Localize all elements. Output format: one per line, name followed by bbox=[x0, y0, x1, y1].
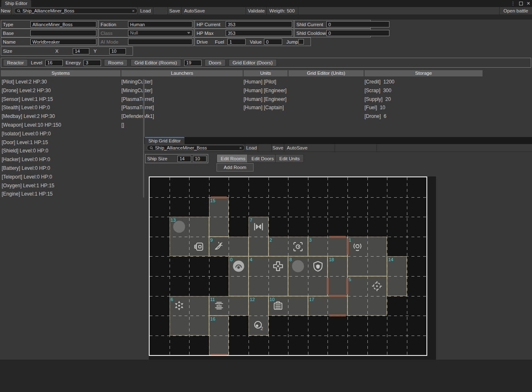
door-segment[interactable] bbox=[347, 238, 349, 255]
unit-item[interactable]: [Human] [Pilot] bbox=[244, 78, 286, 86]
door-segment[interactable] bbox=[346, 278, 348, 294]
grid-editor-units-button[interactable]: Grid Editor (Units) bbox=[288, 70, 364, 76]
storage-item[interactable]: [Scrap] 300 bbox=[365, 86, 394, 95]
kebab-menu-icon[interactable]: ⋮ bbox=[511, 0, 515, 7]
open-battle-button[interactable]: Open battle bbox=[500, 7, 532, 15]
launcher-item[interactable]: [PlasmaTurret] bbox=[121, 95, 154, 104]
reactor-button[interactable]: Reactor bbox=[3, 59, 28, 66]
edit-units-button[interactable]: Edit Units bbox=[275, 154, 304, 163]
base-field[interactable] bbox=[30, 30, 96, 36]
maximize-icon[interactable] bbox=[519, 2, 523, 5]
door-segment[interactable] bbox=[329, 314, 346, 316]
rooms-count-field[interactable] bbox=[184, 60, 202, 66]
size-x-field[interactable] bbox=[73, 48, 89, 54]
door-segment[interactable] bbox=[329, 236, 346, 238]
room-number: 6 bbox=[171, 297, 173, 302]
type-field[interactable] bbox=[30, 21, 96, 27]
system-item[interactable]: [Medbay] Level:2 HP:30 bbox=[2, 112, 61, 121]
ship-grid-canvas[interactable]: 01234567891011122131415161718 bbox=[149, 176, 427, 356]
doors-button[interactable]: Doors bbox=[204, 59, 226, 66]
class-dropdown[interactable]: Null bbox=[128, 30, 192, 36]
launcher-item[interactable]: [MiningCutter] bbox=[121, 78, 154, 86]
grid-search-input[interactable] bbox=[155, 145, 238, 150]
ship-size-x-field[interactable] bbox=[177, 156, 191, 162]
storage-item[interactable]: [Drone] 6 bbox=[365, 112, 394, 121]
new-button[interactable]: New bbox=[0, 7, 12, 15]
autosave-button[interactable]: AutoSave bbox=[182, 7, 246, 15]
grid-room-16[interactable] bbox=[209, 316, 229, 355]
launcher-item[interactable]: [DefenderMk1] bbox=[121, 112, 154, 121]
system-item[interactable]: [Engine] Level:1 HP:15 bbox=[2, 190, 61, 198]
hp-max-field[interactable] bbox=[226, 30, 292, 36]
tab-ship-editor[interactable]: Ship Editor bbox=[1, 0, 31, 7]
save-button[interactable]: Save bbox=[168, 7, 182, 15]
grid-room-3[interactable] bbox=[308, 237, 347, 257]
name-field[interactable] bbox=[30, 39, 96, 45]
jump-checkbox[interactable] bbox=[298, 39, 304, 44]
shld-current-field[interactable] bbox=[326, 21, 389, 27]
system-item[interactable]: [Battery] Level:0 HP:0 bbox=[2, 164, 61, 173]
system-item[interactable]: [Weapon] Level:10 HP:150 bbox=[2, 121, 61, 130]
system-item[interactable]: [Sensor] Level:1 HP:15 bbox=[2, 95, 61, 104]
grid-room-18[interactable] bbox=[328, 256, 347, 296]
shld-cooldown-field[interactable] bbox=[326, 30, 389, 36]
room-number: 0 bbox=[230, 257, 232, 262]
ship-size-y-field[interactable] bbox=[193, 156, 207, 162]
launcher-item[interactable]: [PlasmaTurret] bbox=[121, 103, 154, 112]
grid-editor-rooms-button[interactable]: Grid Editor (Rooms) bbox=[131, 59, 181, 66]
grid-room-14[interactable] bbox=[387, 256, 407, 296]
grid-room-15[interactable] bbox=[209, 197, 229, 237]
grid-load-button[interactable]: Load bbox=[245, 144, 258, 152]
edit-rooms-button[interactable]: Edit Rooms bbox=[217, 154, 249, 163]
system-item[interactable]: [Oxygen] Level:1 HP:15 bbox=[2, 181, 61, 190]
load-button[interactable]: Load bbox=[138, 7, 153, 15]
level-field[interactable] bbox=[45, 60, 63, 66]
system-item[interactable]: [Hacker] Level:0 HP:0 bbox=[2, 155, 61, 164]
faction-field[interactable] bbox=[128, 21, 192, 27]
unit-item[interactable]: [Human] [Engineer] bbox=[244, 95, 286, 104]
system-item[interactable]: [Stealth] Level:0 HP:0 bbox=[2, 103, 61, 112]
launcher-item[interactable]: [] bbox=[121, 121, 154, 130]
load-slot-cell[interactable] bbox=[153, 7, 168, 15]
search-input[interactable] bbox=[22, 8, 131, 13]
validate-button[interactable]: Validate bbox=[246, 7, 267, 15]
shield-icon bbox=[312, 260, 324, 272]
tab-ship-grid-editor[interactable]: Ship Grid Editor bbox=[145, 137, 185, 144]
add-room-button[interactable]: Add Room bbox=[217, 163, 254, 172]
storage-item[interactable]: [Supply] 20 bbox=[365, 95, 394, 104]
rooms-button[interactable]: Rooms bbox=[104, 59, 127, 66]
storage-item[interactable]: [Fuel] 10 bbox=[365, 103, 394, 112]
grid-search-field[interactable]: × bbox=[147, 145, 245, 151]
value-field[interactable] bbox=[264, 39, 282, 45]
grid-save-button[interactable]: Save bbox=[272, 144, 284, 152]
grid-autosave-button[interactable]: AutoSave bbox=[284, 144, 335, 152]
door-segment[interactable] bbox=[211, 196, 227, 198]
grid-editor-doors-button[interactable]: Grid Editor (Doors) bbox=[229, 59, 277, 66]
hp-current-field[interactable] bbox=[226, 21, 292, 27]
size-y-field[interactable] bbox=[109, 48, 126, 54]
system-item[interactable]: [Door] Level:1 HP:15 bbox=[2, 138, 61, 147]
system-item[interactable]: [Drone] Level:2 HP:30 bbox=[2, 86, 61, 95]
fuel-field[interactable] bbox=[227, 39, 246, 45]
unit-item[interactable]: [Human] [Captain] bbox=[244, 103, 286, 112]
clear-search-icon[interactable]: × bbox=[239, 145, 242, 150]
launchers-list: [MiningCutter][MiningCutter][PlasmaTurre… bbox=[121, 78, 154, 130]
door-segment[interactable] bbox=[329, 295, 346, 297]
system-item[interactable]: [Teleport] Level:0 HP:0 bbox=[2, 173, 61, 181]
grid-load-slot-cell[interactable] bbox=[258, 144, 272, 152]
system-item[interactable]: [Pilot] Level:2 HP:30 bbox=[2, 78, 61, 86]
clear-search-icon[interactable]: × bbox=[132, 8, 135, 13]
units-header: Units bbox=[244, 70, 288, 76]
room-number: 1 bbox=[349, 238, 351, 243]
unit-item[interactable]: [Human] [Engineer] bbox=[244, 86, 286, 95]
storage-item[interactable]: [Credit] 1200 bbox=[365, 78, 394, 86]
launcher-item[interactable]: [MiningCutter] bbox=[121, 86, 154, 95]
ai-mode-field[interactable] bbox=[128, 39, 192, 45]
energy-field[interactable] bbox=[84, 60, 101, 66]
edit-doors-button[interactable]: Edit Doors bbox=[247, 154, 278, 163]
system-item[interactable]: [Shield] Level:0 HP:0 bbox=[2, 147, 61, 155]
close-icon[interactable]: ✕ bbox=[527, 0, 530, 7]
system-item[interactable]: [Isolator] Level:0 HP:0 bbox=[2, 130, 61, 138]
door-segment[interactable] bbox=[327, 278, 329, 294]
ship-search-field[interactable]: × bbox=[14, 8, 138, 14]
